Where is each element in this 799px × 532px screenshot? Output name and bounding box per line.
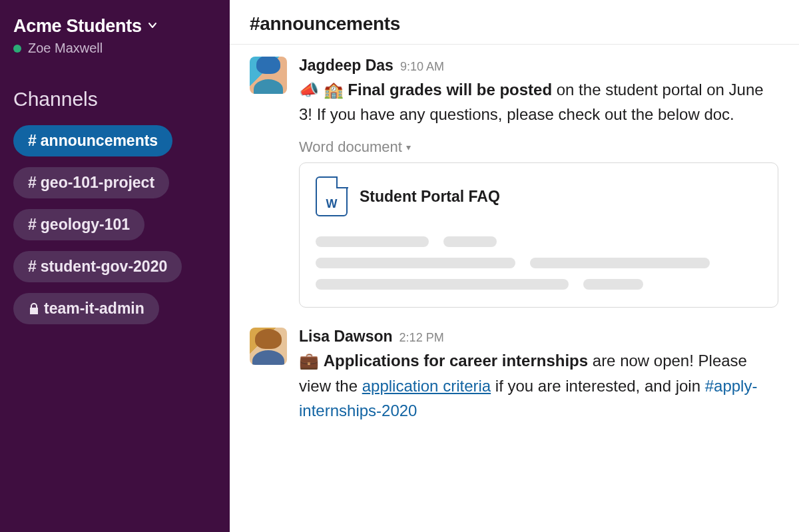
attachment-preview-skeleton — [316, 236, 762, 290]
attachment-header: W Student Portal FAQ — [316, 176, 762, 216]
avatar[interactable] — [250, 57, 287, 94]
message: Jagdeep Das 9:10 AM 📣 🏫 Final grades wil… — [250, 57, 779, 308]
message-timestamp: 2:12 PM — [400, 331, 444, 345]
hash-icon: # — [28, 216, 37, 234]
message-author[interactable]: Jagdeep Das — [299, 57, 394, 75]
word-file-icon: W — [316, 176, 348, 216]
caret-down-icon: ▾ — [406, 142, 411, 152]
chevron-down-icon — [147, 20, 158, 33]
channel-header: #announcements — [230, 0, 799, 45]
message-header: Jagdeep Das 9:10 AM — [299, 57, 779, 75]
channel-label: geo-101-project — [41, 174, 154, 192]
workspace-switcher[interactable]: Acme Students — [13, 16, 216, 37]
channel-label: announcements — [41, 132, 158, 150]
message-text: 💼 Applications for career internships ar… — [299, 348, 779, 423]
message: Lisa Dawson 2:12 PM 💼 Applications for c… — [250, 328, 779, 423]
channel-label: geology-101 — [41, 216, 130, 234]
attachment-title: Student Portal FAQ — [360, 188, 500, 206]
application-criteria-link[interactable]: application criteria — [362, 377, 491, 395]
emoji-megaphone-school: 📣 🏫 — [299, 81, 348, 99]
message-header: Lisa Dawson 2:12 PM — [299, 328, 779, 346]
hash-icon: # — [28, 132, 37, 150]
message-rest-after-link: if you are interested, and join — [491, 377, 705, 395]
main-pane: #announcements Jagdeep Das 9:10 AM 📣 🏫 F… — [230, 0, 799, 532]
channel-title: #announcements — [250, 13, 779, 35]
message-body: Lisa Dawson 2:12 PM 💼 Applications for c… — [299, 328, 779, 423]
presence-active-icon — [13, 45, 21, 53]
current-user-name: Zoe Maxwell — [28, 41, 103, 56]
message-bold-lead: Final grades will be posted — [348, 81, 552, 99]
channel-announcements[interactable]: # announcements — [13, 125, 172, 156]
message-list[interactable]: Jagdeep Das 9:10 AM 📣 🏫 Final grades wil… — [230, 45, 799, 532]
hash-icon: # — [28, 174, 37, 192]
message-body: Jagdeep Das 9:10 AM 📣 🏫 Final grades wil… — [299, 57, 779, 308]
file-icon-letter: W — [326, 197, 338, 211]
channel-team-it-admin[interactable]: team-it-admin — [13, 293, 159, 324]
lock-icon — [28, 302, 40, 316]
channel-label: student-gov-2020 — [41, 258, 167, 276]
hash-icon: # — [28, 258, 37, 276]
current-user-presence: Zoe Maxwell — [13, 41, 216, 56]
message-author[interactable]: Lisa Dawson — [299, 328, 393, 346]
avatar[interactable] — [250, 328, 287, 365]
app-root: Acme Students Zoe Maxwell Channels # ann… — [0, 0, 799, 532]
channels-heading: Channels — [13, 88, 216, 111]
attachment-card[interactable]: W Student Portal FAQ — [299, 162, 778, 308]
sidebar: Acme Students Zoe Maxwell Channels # ann… — [0, 0, 230, 532]
channel-label: team-it-admin — [44, 300, 144, 318]
attachment-type-toggle[interactable]: Word document ▾ — [299, 138, 411, 156]
message-bold-lead: Applications for career internships — [324, 352, 588, 370]
channel-student-gov-2020[interactable]: # student-gov-2020 — [13, 251, 182, 282]
workspace-name: Acme Students — [13, 16, 142, 37]
channel-list: # announcements # geo-101-project # geol… — [13, 125, 216, 324]
channel-geo-101-project[interactable]: # geo-101-project — [13, 167, 169, 198]
message-timestamp: 9:10 AM — [400, 60, 444, 74]
attachment-type-label: Word document — [299, 138, 402, 156]
emoji-briefcase: 💼 — [299, 352, 324, 370]
message-text: 📣 🏫 Final grades will be posted on the s… — [299, 77, 779, 127]
channel-geology-101[interactable]: # geology-101 — [13, 209, 144, 240]
